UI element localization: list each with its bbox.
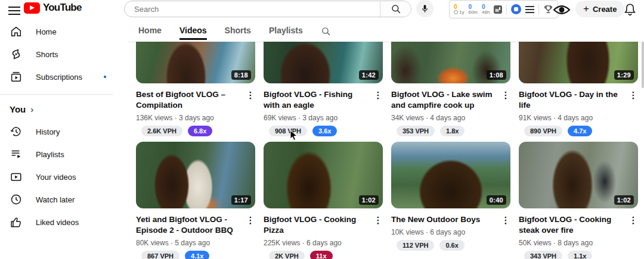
sidebar-item-playlists[interactable]: Playlists xyxy=(0,143,119,166)
scrollbar-thumb[interactable] xyxy=(642,42,644,88)
youtube-logo[interactable]: YouTube xyxy=(24,2,82,14)
trophy-icon[interactable] xyxy=(543,4,553,14)
sidebar: Home Shorts Subscriptions You › History … xyxy=(0,20,119,259)
sidebar-item-watch-later[interactable]: Watch later xyxy=(0,188,119,211)
watch-later-icon xyxy=(10,193,23,206)
video-title[interactable]: Bigfoot VLOG - Lake swim and campfire co… xyxy=(391,89,501,111)
bar-chart-icon[interactable] xyxy=(494,5,502,14)
search-input[interactable] xyxy=(125,1,380,17)
kebab-menu-icon[interactable]: ⋮ xyxy=(246,89,255,136)
multiplier-badge: 4.1x xyxy=(185,251,209,259)
home-icon xyxy=(10,25,23,38)
video-title[interactable]: Bigfoot VLOG - Fishing with an eagle xyxy=(264,89,373,111)
eye-icon[interactable] xyxy=(553,4,571,16)
video-thumbnail[interactable]: 1:17 xyxy=(136,142,255,208)
video-thumbnail[interactable]: 1:02 xyxy=(264,142,383,208)
video-thumbnail[interactable]: 1:42 xyxy=(264,42,383,83)
notifications-bell-icon[interactable] xyxy=(624,2,636,17)
search-button[interactable] xyxy=(380,1,411,17)
multiplier-badge: 11x xyxy=(310,251,333,259)
extension-stats-widget[interactable]: 0 1y 0 60m 0 48h xyxy=(449,0,558,18)
stat-60m: 0 60m xyxy=(468,4,478,15)
sidebar-item-subscriptions[interactable]: Subscriptions xyxy=(0,65,119,88)
duration-badge: 1:02 xyxy=(614,195,634,205)
vph-badge: 908 VPH xyxy=(269,126,307,136)
video-meta: 225K views · 6 days ago xyxy=(264,239,373,247)
sidebar-item-history[interactable]: History xyxy=(0,120,119,143)
vph-badge: 112 VPH xyxy=(397,240,434,251)
youtube-play-icon xyxy=(24,2,40,14)
channel-search-icon[interactable] xyxy=(321,26,331,36)
kebab-menu-icon[interactable]: ⋮ xyxy=(373,89,383,136)
video-thumbnail[interactable]: 1:29 xyxy=(519,42,638,83)
shorts-icon xyxy=(10,48,23,61)
video-card: 1:02 Bigfoot VLOG - Cooking Pizza 225K v… xyxy=(264,142,383,259)
duration-badge: 1:08 xyxy=(487,70,506,80)
tab-home[interactable]: Home xyxy=(138,26,162,40)
video-card: 1:17 Yeti and Bigfoot VLOG - Episode 2 -… xyxy=(136,142,255,259)
hamburger-menu-icon[interactable] xyxy=(8,4,20,14)
sidebar-item-liked-videos[interactable]: Liked videos xyxy=(0,211,119,233)
video-meta: 50K views · 8 days ago xyxy=(519,239,628,247)
extension-menu-icon[interactable] xyxy=(525,4,534,15)
video-thumbnail[interactable]: 1:08 xyxy=(391,42,510,83)
tab-shorts[interactable]: Shorts xyxy=(225,26,251,40)
video-card: 8:18 Best of Bigfoot VLOG – Compilation … xyxy=(136,42,255,136)
kebab-menu-icon[interactable]: ⋮ xyxy=(628,214,638,259)
video-title[interactable]: The New Outdoor Boys xyxy=(391,214,501,225)
video-title[interactable]: Yeti and Bigfoot VLOG - Episode 2 - Outd… xyxy=(136,214,246,236)
video-title[interactable]: Bigfoot VLOG - Cooking steak over fire xyxy=(519,214,628,236)
duration-badge: 1:02 xyxy=(359,195,379,205)
sidebar-item-home[interactable]: Home xyxy=(0,20,119,43)
duration-badge: 1:29 xyxy=(614,70,634,80)
vph-badge: 890 VPH xyxy=(524,126,562,136)
video-meta: 136K views · 3 days ago xyxy=(136,114,246,122)
channel-tabs: Home Videos Shorts Playlists xyxy=(138,24,331,42)
video-meta: 80K views · 5 days ago xyxy=(136,239,246,247)
extension-badge-icon[interactable] xyxy=(511,4,521,14)
tab-playlists[interactable]: Playlists xyxy=(269,26,303,40)
kebab-menu-icon[interactable]: ⋮ xyxy=(628,89,638,136)
microphone-icon xyxy=(420,4,429,13)
video-thumbnail[interactable]: 0:40 xyxy=(391,142,510,208)
search-bar xyxy=(124,1,411,17)
duration-badge: 8:18 xyxy=(231,70,251,80)
kebab-menu-icon[interactable]: ⋮ xyxy=(373,214,383,259)
video-meta: 69K views · 3 days ago xyxy=(264,114,373,122)
stat-48h: 0 48h xyxy=(482,4,490,15)
video-card: 1:29 Bigfoot VLOG - Day in the life 91K … xyxy=(519,42,638,136)
multiplier-badge: 6.8x xyxy=(188,126,212,136)
clock-icon xyxy=(454,10,458,14)
divider xyxy=(538,4,539,15)
video-title[interactable]: Best of Bigfoot VLOG – Compilation xyxy=(136,89,246,111)
thumbs-up-icon xyxy=(10,216,23,229)
create-button[interactable]: + Create xyxy=(575,1,624,17)
top-app-bar: YouTube 0 1y 0 60m 0 48h + Create xyxy=(0,0,644,20)
multiplier-badge: 1.8x xyxy=(440,126,465,136)
video-card: 1:02 Bigfoot VLOG - Cooking steak over f… xyxy=(519,142,638,259)
tab-videos[interactable]: Videos xyxy=(179,26,207,40)
chevron-right-icon: › xyxy=(30,104,33,114)
kebab-menu-icon[interactable]: ⋮ xyxy=(501,89,510,136)
stat-yearly: 0 1y xyxy=(454,4,464,15)
multiplier-badge: 4.7x xyxy=(568,126,592,136)
sidebar-section-you[interactable]: You › xyxy=(0,102,119,120)
video-thumbnail[interactable]: 1:02 xyxy=(519,142,638,208)
video-card: 0:40 The New Outdoor Boys 10K views · 6 … xyxy=(391,142,510,259)
video-title[interactable]: Bigfoot VLOG - Cooking Pizza xyxy=(264,214,373,236)
voice-search-button[interactable] xyxy=(416,0,434,17)
duration-badge: 1:17 xyxy=(231,195,251,205)
video-meta: 91K views · 4 days ago xyxy=(519,114,628,122)
video-title[interactable]: Bigfoot VLOG - Day in the life xyxy=(519,89,628,111)
kebab-menu-icon[interactable]: ⋮ xyxy=(501,214,510,251)
new-content-dot xyxy=(104,76,106,78)
youtube-wordmark: YouTube xyxy=(43,2,82,14)
video-meta: 10K views · 6 days ago xyxy=(391,228,501,236)
sidebar-divider xyxy=(0,94,113,95)
kebab-menu-icon[interactable]: ⋮ xyxy=(246,214,255,259)
video-grid-row-2: 1:17 Yeti and Bigfoot VLOG - Episode 2 -… xyxy=(136,142,638,259)
video-card: 1:42 Bigfoot VLOG - Fishing with an eagl… xyxy=(264,42,383,136)
sidebar-item-your-videos[interactable]: Your videos xyxy=(0,166,119,188)
video-thumbnail[interactable]: 8:18 xyxy=(136,42,255,83)
sidebar-item-shorts[interactable]: Shorts xyxy=(0,43,119,65)
